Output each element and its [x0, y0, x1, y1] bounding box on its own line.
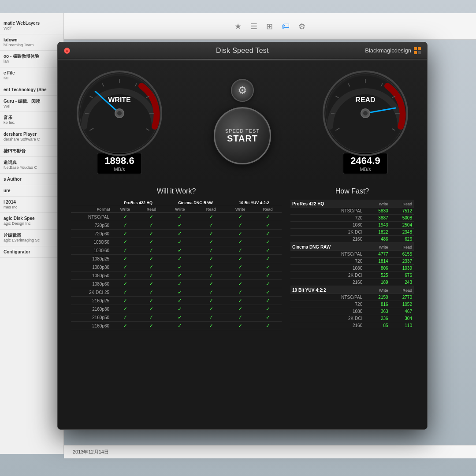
- col-header-prores: ProRes 422 HQ: [112, 200, 164, 206]
- table-row: 1080p25✓✓✓✓✓✓: [71, 255, 282, 263]
- table-row: 1080i60✓✓✓✓✓✓: [71, 246, 282, 255]
- read-unit: MB/s: [350, 167, 380, 172]
- table-row: 2K DCI 236 304: [290, 315, 414, 322]
- brand-dot-gray: [418, 51, 421, 54]
- brand-dot-orange-2: [418, 47, 421, 50]
- svg-point-14: [117, 111, 122, 115]
- background-sidebar: matic WebLayers Wolf kdown hDreaming Tea…: [0, 13, 64, 454]
- table-row: NTSC/PAL 4777 6155: [290, 251, 414, 258]
- window-close-button[interactable]: ×: [64, 48, 70, 54]
- start-button[interactable]: SPEED TEST START: [214, 107, 271, 164]
- col-header-cdng: Cinema DNG RAW: [164, 200, 227, 206]
- start-button-label1: SPEED TEST: [225, 128, 260, 134]
- will-it-work-table: ProRes 422 HQ Cinema DNG RAW 10 Bit YUV …: [71, 200, 282, 330]
- write-gauge-container: WRITE 1898.6 MB/s: [75, 69, 164, 174]
- will-it-work-section: Will it Work? ProRes 422 HQ Cinema DNG R…: [71, 187, 282, 330]
- tools-icon: ⚙: [298, 22, 305, 31]
- will-it-work-heading: Will it Work?: [71, 187, 282, 195]
- how-fast-table: ProRes 422 HQ Write Read NTSC/PAL 5830 7…: [290, 200, 414, 329]
- star-icon: ★: [234, 22, 242, 31]
- table-row: 2160 85 110: [290, 322, 414, 329]
- background-topbar: ★ ☰ ⊞ 🏷 ⚙: [64, 13, 476, 40]
- table-row: 720 816 1052: [290, 301, 414, 308]
- sidebar-item: e File Ku: [0, 67, 63, 84]
- start-button-label2: START: [227, 134, 258, 144]
- sidebar-item: 片编辑器 agic Everimaging Sc: [0, 230, 63, 246]
- sidebar-item: s Author: [0, 174, 63, 185]
- table-row: 720p50✓✓✓✓✓✓: [71, 221, 282, 230]
- data-section: Will it Work? ProRes 422 HQ Cinema DNG R…: [58, 183, 427, 339]
- sidebar-item: l 2014 mes Inc: [0, 197, 63, 213]
- svg-text:READ: READ: [355, 96, 375, 104]
- table-row: 2K DCI 525 676: [290, 272, 414, 279]
- date-text: 2013年12月14日: [73, 449, 109, 455]
- table-row: 2160p60✓✓✓✓✓✓: [71, 322, 282, 330]
- table-row: NTSC/PAL 5830 7512: [290, 208, 414, 215]
- table-row: 1080 363 467: [290, 308, 414, 315]
- sidebar-item: Guru - 编辑、阅读 Wei: [0, 96, 63, 112]
- gear-icon: ⚙: [238, 84, 247, 97]
- copy-icon: ⊞: [266, 22, 273, 31]
- table-row: 1080p60✓✓✓✓✓✓: [71, 280, 282, 288]
- table-group-row: 10 Bit YUV 4:2:2 Write Read: [290, 286, 414, 294]
- table-group-row: ProRes 422 HQ Write Read: [290, 200, 414, 208]
- table-row: 2K DCI 25✓✓✓✓✓✓: [71, 288, 282, 297]
- sidebar-item: kdown hDreaming Team: [0, 34, 63, 51]
- sidebar-item: oo - 极致微博体验 lan: [0, 51, 63, 67]
- sidebar-item: ure: [0, 185, 63, 197]
- read-gauge-container: READ 2464.9 MB/s: [321, 69, 409, 174]
- svg-point-30: [363, 111, 368, 115]
- sidebar-item: agic Disk Spee agic Design Inc: [0, 213, 63, 230]
- brand-dot-orange-3: [414, 51, 417, 54]
- sidebar-item: 音乐 ke Inc.: [0, 112, 63, 129]
- brand-dots: [414, 47, 421, 54]
- read-gauge: READ: [321, 69, 409, 157]
- table-row: 1080 1943 2504: [290, 222, 414, 229]
- table-row: 2K DCI 1822 2348: [290, 229, 414, 236]
- gauges-section: WRITE 1898.6 MB/s ⚙ SPEED TEST START: [58, 60, 427, 183]
- table-row: NTSC/PAL 2150 2770: [290, 294, 414, 301]
- sidebar-item: ent Technology (She: [0, 84, 63, 96]
- table-row: 2160p25✓✓✓✓✓✓: [71, 297, 282, 305]
- settings-button[interactable]: ⚙: [231, 79, 254, 102]
- table-row: 2160p50✓✓✓✓✓✓: [71, 313, 282, 322]
- how-fast-section: How Fast? ProRes 422 HQ Write Read NTSC/…: [290, 187, 414, 330]
- table-row: 720 1814 2337: [290, 258, 414, 265]
- sidebar-item: dershare Player dershare Software C: [0, 129, 63, 145]
- write-unit: MB/s: [104, 167, 134, 172]
- sidebar-item: 道词典 NetEase Youdao C: [0, 157, 63, 174]
- svg-text:WRITE: WRITE: [108, 96, 131, 104]
- center-controls: ⚙ SPEED TEST START: [214, 79, 271, 164]
- table-row: 2160p30✓✓✓✓✓✓: [71, 305, 282, 313]
- how-fast-heading: How Fast?: [290, 187, 414, 195]
- table-row: 1080p30✓✓✓✓✓✓: [71, 263, 282, 271]
- table-group-row: Cinema DNG RAW Write Read: [290, 243, 414, 251]
- list-icon: ☰: [250, 22, 257, 31]
- table-row: NTSC/PAL✓✓✓✓✓✓: [71, 213, 282, 221]
- disk-speed-test-window: × Disk Speed Test Blackmagicdesign: [57, 42, 428, 430]
- table-row: 2160 189 243: [290, 279, 414, 286]
- brand-dot-orange-1: [414, 47, 417, 50]
- window-title: Disk Speed Test: [216, 47, 269, 55]
- table-row: 1080p50✓✓✓✓✓✓: [71, 271, 282, 280]
- table-row: 2160 486 626: [290, 236, 414, 243]
- date-bar: 2013年12月14日: [64, 445, 476, 458]
- table-row: 720p60✓✓✓✓✓✓: [71, 230, 282, 238]
- col-header-yuv: 10 Bit YUV 4:2:2: [227, 200, 282, 206]
- sidebar-item: matic WebLayers Wolf: [0, 18, 63, 34]
- brand-text: Blackmagicdesign: [365, 47, 411, 54]
- window-titlebar: × Disk Speed Test Blackmagicdesign: [58, 42, 427, 59]
- table-row: 720 3887 5008: [290, 215, 414, 222]
- tag-icon: 🏷: [282, 22, 290, 31]
- table-row: 1080i50✓✓✓✓✓✓: [71, 238, 282, 246]
- table-row: 1080 806 1039: [290, 265, 414, 272]
- brand-logo: Blackmagicdesign: [365, 47, 421, 54]
- sidebar-item: Configurator: [0, 246, 63, 258]
- sidebar-item: 捷PPS影音: [0, 145, 63, 157]
- write-gauge: WRITE: [75, 69, 164, 157]
